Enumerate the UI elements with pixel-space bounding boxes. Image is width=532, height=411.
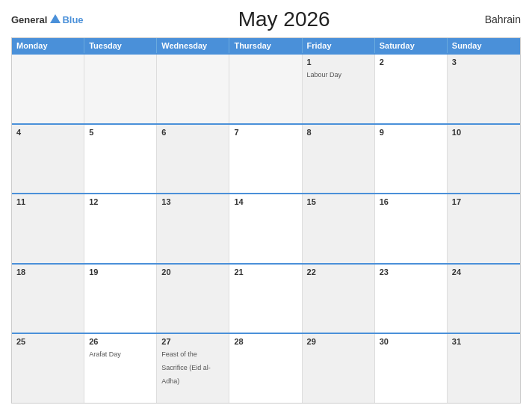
logo-triangle-icon [50,14,61,23]
day-number: 11 [16,197,79,206]
day-number: 6 [161,128,224,137]
calendar-week-5: 2526Arafat Day27Feast of the Sacrifice (… [12,333,520,403]
cal-cell: 28 [229,334,302,403]
day-number: 10 [452,128,516,137]
country-label: Bahrain [485,13,521,25]
cal-cell: 10 [448,125,520,194]
cal-cell: 17 [448,194,520,263]
cal-header-cell-monday: Monday [12,38,84,53]
cal-cell: 27Feast of the Sacrifice (Eid al-Adha) [157,334,229,403]
cal-cell: 11 [12,194,84,263]
day-number: 19 [89,268,152,276]
cal-cell: 4 [12,125,84,194]
cal-cell: 5 [84,125,157,194]
day-number: 30 [380,337,442,346]
cal-cell: 6 [157,125,229,194]
cal-cell: 26Arafat Day [84,334,157,403]
day-number: 13 [161,197,224,206]
calendar-week-4: 18192021222324 [12,263,520,333]
day-event: Arafat Day [89,350,121,358]
day-number: 24 [452,268,516,276]
calendar-header-row: MondayTuesdayWednesdayThursdayFridaySatu… [12,38,520,53]
cal-cell: 1Labour Day [303,55,375,123]
day-number: 4 [16,128,79,137]
page-header: General Blue May 2026 Bahrain [11,7,521,31]
cal-cell: 29 [303,334,375,403]
day-number: 7 [234,128,297,137]
day-number: 27 [161,337,224,346]
day-event: Feast of the Sacrifice (Eid al-Adha) [161,350,211,385]
day-number: 5 [89,128,152,137]
cal-cell: 19 [84,265,157,333]
cal-cell: 25 [12,334,84,403]
calendar-grid: MondayTuesdayWednesdayThursdayFridaySatu… [11,37,521,404]
cal-cell: 9 [375,125,448,194]
cal-header-cell-thursday: Thursday [229,38,302,53]
calendar-week-1: 1Labour Day23 [12,53,520,123]
cal-cell: 31 [448,334,520,403]
calendar-week-3: 11121314151617 [12,193,520,263]
day-number: 1 [307,58,370,67]
logo: General Blue [11,14,84,25]
cal-cell: 12 [84,194,157,263]
day-number: 3 [452,58,516,67]
day-number: 18 [16,268,79,276]
day-number: 29 [307,337,370,346]
cal-header-cell-tuesday: Tuesday [84,38,157,53]
cal-cell [229,55,302,123]
calendar-body: 1Labour Day23456789101112131415161718192… [12,53,520,403]
cal-cell: 24 [448,265,520,333]
calendar-week-2: 45678910 [12,123,520,194]
day-number: 26 [89,337,152,346]
day-number: 21 [234,268,297,276]
cal-cell: 18 [12,265,84,333]
day-number: 9 [380,128,442,137]
cal-cell: 14 [229,194,302,263]
day-number: 17 [452,197,516,206]
cal-cell [157,55,229,123]
cal-cell: 16 [375,194,448,263]
day-event: Labour Day [307,71,342,78]
day-number: 28 [234,337,297,346]
cal-header-cell-saturday: Saturday [375,38,448,53]
cal-cell: 7 [229,125,302,194]
cal-cell: 21 [229,265,302,333]
logo-text-blue: Blue [62,14,83,25]
day-number: 8 [307,128,370,137]
day-number: 15 [307,197,370,206]
day-number: 20 [161,268,224,276]
calendar-page: General Blue May 2026 Bahrain MondayTues… [0,0,532,411]
cal-cell: 2 [375,55,448,123]
cal-cell: 8 [303,125,375,194]
day-number: 16 [380,197,442,206]
day-number: 12 [89,197,152,206]
calendar-title: May 2026 [238,7,330,31]
day-number: 23 [380,268,442,276]
day-number: 22 [307,268,370,276]
cal-cell: 20 [157,265,229,333]
day-number: 25 [16,337,79,346]
cal-header-cell-wednesday: Wednesday [157,38,229,53]
cal-cell [12,55,84,123]
cal-header-cell-sunday: Sunday [448,38,520,53]
day-number: 31 [452,337,516,346]
cal-header-cell-friday: Friday [303,38,375,53]
cal-cell: 15 [303,194,375,263]
cal-cell: 22 [303,265,375,333]
cal-cell: 23 [375,265,448,333]
cal-cell: 13 [157,194,229,263]
cal-cell [84,55,157,123]
logo-text-general: General [11,14,47,25]
cal-cell: 30 [375,334,448,403]
day-number: 14 [234,197,297,206]
cal-cell: 3 [448,55,520,123]
day-number: 2 [380,58,442,67]
